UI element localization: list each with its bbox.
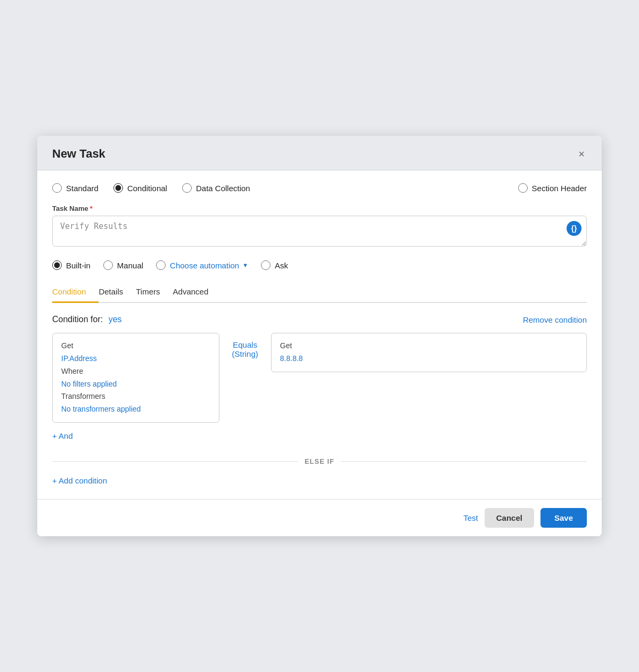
condition-no-filters[interactable]: No filters applied (61, 378, 210, 391)
add-condition-button[interactable]: + Add condition (52, 476, 107, 485)
modal-body: Standard Conditional Data Collection Sec… (37, 170, 602, 499)
condition-header: Condition for: yes Remove condition (52, 315, 587, 324)
task-type-radio-group: Standard Conditional Data Collection Sec… (52, 183, 587, 193)
modal-footer: Test Cancel Save (37, 499, 602, 536)
modal-header: New Task × (37, 136, 602, 170)
radio-choose-automation-input[interactable] (156, 260, 166, 270)
radio-conditional-input[interactable] (113, 183, 123, 193)
radio-data-collection[interactable]: Data Collection (182, 183, 250, 193)
radio-conditional[interactable]: Conditional (113, 183, 167, 193)
tab-advanced[interactable]: Advanced (173, 282, 222, 303)
and-button[interactable]: + And (52, 431, 73, 440)
else-if-line-left (52, 461, 298, 462)
variable-icon: {} (567, 221, 581, 236)
remove-condition-button[interactable]: Remove condition (523, 315, 587, 324)
radio-ask[interactable]: Ask (261, 260, 288, 270)
radio-choose-automation[interactable]: Choose automation ▼ (156, 260, 248, 270)
condition-where-label: Where (61, 367, 83, 375)
cancel-button[interactable]: Cancel (485, 508, 534, 528)
condition-value-get-label: Get (280, 341, 292, 350)
tab-timers[interactable]: Timers (136, 282, 173, 303)
save-button[interactable]: Save (540, 508, 587, 528)
task-name-input[interactable]: Verify Results (52, 216, 587, 247)
radio-builtin[interactable]: Built-in (52, 260, 91, 270)
tab-condition[interactable]: Condition (52, 282, 99, 303)
condition-operator: Equals(String) (228, 333, 263, 366)
chevron-down-icon: ▼ (242, 262, 248, 268)
radio-manual[interactable]: Manual (103, 260, 143, 270)
required-star: * (90, 204, 93, 212)
condition-value-ip[interactable]: 8.8.8.8 (280, 354, 303, 363)
else-if-label: ELSE IF (305, 457, 334, 465)
task-name-label: Task Name* (52, 204, 587, 212)
radio-manual-input[interactable] (103, 260, 113, 270)
condition-for-label: Condition for: yes (52, 315, 122, 324)
radio-section-header-input[interactable] (518, 183, 528, 193)
close-button[interactable]: × (576, 146, 587, 161)
tabs-bar: Condition Details Timers Advanced (52, 282, 587, 303)
radio-standard-input[interactable] (52, 183, 62, 193)
radio-section-header[interactable]: Section Header (518, 183, 587, 193)
else-if-line-right (341, 461, 587, 462)
modal-title: New Task (52, 147, 105, 161)
condition-for-value[interactable]: yes (109, 315, 122, 324)
radio-builtin-input[interactable] (52, 260, 62, 270)
condition-get-label: Get (61, 341, 73, 350)
condition-row: Get IP.Address Where No filters applied … (52, 333, 587, 423)
condition-ip-address[interactable]: IP.Address (61, 353, 210, 365)
condition-transformers-label: Transformers (61, 392, 105, 400)
choose-automation-label: Choose automation ▼ (170, 261, 248, 270)
task-name-wrapper: Verify Results {} (52, 216, 587, 249)
condition-no-transformers[interactable]: No transformers applied (61, 403, 210, 416)
test-button[interactable]: Test (463, 513, 478, 522)
radio-standard[interactable]: Standard (52, 183, 99, 193)
new-task-modal: New Task × Standard Conditional Data Col… (37, 136, 602, 536)
condition-right-box[interactable]: Get 8.8.8.8 (271, 333, 587, 372)
else-if-divider: ELSE IF (52, 457, 587, 465)
condition-left-box[interactable]: Get IP.Address Where No filters applied … (52, 333, 219, 423)
tab-details[interactable]: Details (99, 282, 136, 303)
radio-data-collection-input[interactable] (182, 183, 192, 193)
automation-radio-group: Built-in Manual Choose automation ▼ Ask (52, 260, 587, 270)
equals-string-button[interactable]: Equals(String) (232, 340, 258, 358)
radio-ask-input[interactable] (261, 260, 271, 270)
